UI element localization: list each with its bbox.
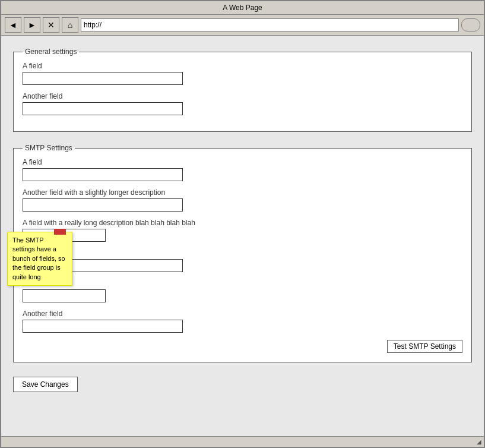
sticky-note-text: The SMTP settings have a bunch of fields…: [12, 236, 65, 280]
general-field-2-label: Another field: [23, 92, 462, 100]
smtp-field-2: Another field with a slightly longer des…: [23, 188, 462, 212]
smtp-field-6-label: Another field: [23, 310, 462, 318]
resize-icon: ◢: [477, 438, 481, 445]
smtp-settings-legend: SMTP Settings: [23, 144, 75, 152]
general-settings-group: General settings A field Another field: [13, 48, 472, 132]
smtp-field-1-label: A field: [23, 158, 462, 166]
search-button[interactable]: [461, 18, 480, 31]
window-title: A Web Page: [223, 4, 262, 12]
smtp-footer: Test SMTP Settings: [23, 340, 462, 353]
save-changes-button[interactable]: Save Changes: [13, 377, 78, 392]
smtp-settings-group: SMTP Settings A field Another field with…: [13, 144, 472, 362]
smtp-field-6-input[interactable]: [23, 320, 183, 333]
smtp-field-3-label: A field with a really long description b…: [23, 219, 462, 227]
general-field-2: Another field: [23, 92, 462, 115]
general-settings-legend: General settings: [23, 48, 79, 56]
forward-button[interactable]: ►: [24, 17, 40, 33]
title-bar: A Web Page: [1, 1, 484, 15]
stop-button[interactable]: ✕: [43, 17, 59, 33]
smtp-field-5: A field: [23, 279, 462, 302]
home-button[interactable]: ⌂: [62, 17, 78, 33]
general-field-1: A field: [23, 62, 462, 85]
smtp-field-4-label: Another field: [23, 249, 462, 257]
general-field-2-input[interactable]: [23, 102, 183, 115]
smtp-field-2-label: Another field with a slightly longer des…: [23, 188, 462, 197]
test-smtp-button[interactable]: Test SMTP Settings: [387, 340, 462, 353]
status-bar: ◢: [1, 436, 484, 447]
smtp-field-5-label: A field: [23, 279, 462, 288]
smtp-field-4: Another field: [23, 249, 462, 272]
smtp-field-1-input[interactable]: [23, 168, 183, 181]
page-content: The SMTP settings have a bunch of fields…: [1, 36, 484, 436]
general-field-1-input[interactable]: [23, 72, 183, 85]
smtp-field-1: A field: [23, 158, 462, 181]
toolbar: ◄ ► ✕ ⌂: [1, 15, 484, 36]
smtp-field-5-input[interactable]: [23, 289, 106, 302]
browser-window: A Web Page ◄ ► ✕ ⌂ The SMTP settings hav…: [0, 0, 485, 448]
smtp-field-3: A field with a really long description b…: [23, 219, 462, 242]
sticky-note-tab: [54, 229, 66, 235]
address-bar[interactable]: [81, 18, 459, 31]
sticky-note: The SMTP settings have a bunch of fields…: [7, 232, 72, 286]
smtp-field-6: Another field: [23, 310, 462, 333]
smtp-field-2-input[interactable]: [23, 198, 183, 212]
general-field-1-label: A field: [23, 62, 462, 70]
back-button[interactable]: ◄: [5, 17, 21, 33]
